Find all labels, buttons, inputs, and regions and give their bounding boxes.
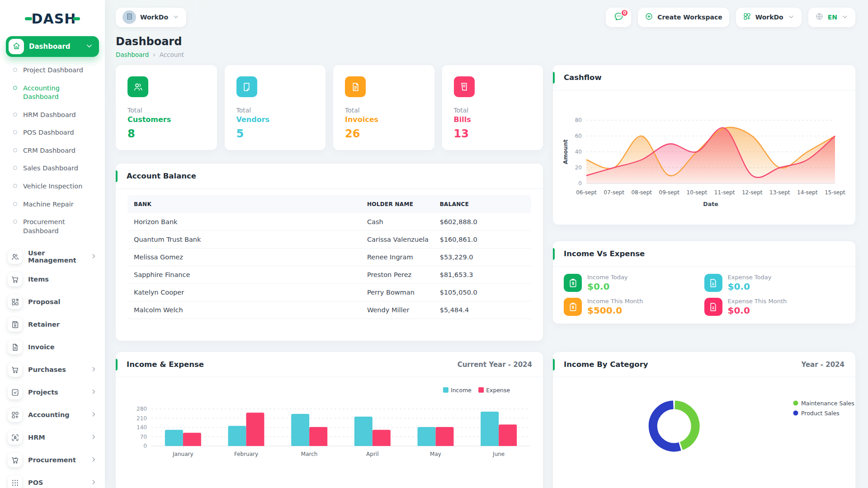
cart-icon xyxy=(8,362,22,377)
account-balance-table: BANKHOLDER NAMEBALANCE Horizon BankCash$… xyxy=(127,195,531,319)
sidebar-item-pos[interactable]: POS xyxy=(6,471,99,488)
ive-item-expense-today: Expense Today $0.0 xyxy=(704,274,845,292)
table-cell: $602,888.0 xyxy=(434,213,531,231)
sidebar-item-accounting[interactable]: Accounting xyxy=(6,404,99,426)
stat-name: Vendors xyxy=(236,115,314,124)
create-workspace-button[interactable]: Create Workspace xyxy=(638,8,729,27)
sidebar-item-projects[interactable]: Projects xyxy=(6,381,99,404)
table-cell: Wendy Miller xyxy=(362,301,434,319)
sidebar-subitem-vehicle-inspection[interactable]: Vehicle Inspection xyxy=(11,178,99,196)
accounting-icon xyxy=(11,411,19,419)
chevron-right-icon xyxy=(90,411,97,419)
ive-item-expense-this-month: Expense This Month $0.0 xyxy=(704,298,845,316)
language-selector[interactable]: EN xyxy=(808,8,855,27)
table-row: Sapphire FinancePreston Perez$81,653.3 xyxy=(127,266,531,284)
table-cell: Preston Perez xyxy=(362,266,434,284)
cart-icon xyxy=(11,366,19,374)
svg-text:April: April xyxy=(366,451,378,457)
sidebar-item-label: POS xyxy=(28,479,43,486)
sidebar-item-items[interactable]: Items xyxy=(6,268,99,291)
home-icon xyxy=(9,39,24,54)
panel-header: Account Balance xyxy=(116,164,543,189)
chevron-right-icon xyxy=(90,253,97,261)
sidebar-item-label: Items xyxy=(28,276,49,283)
accounting-icon xyxy=(8,408,22,422)
sidebar-item-proposal[interactable]: Proposal xyxy=(6,291,99,313)
stat-total-label: Total xyxy=(236,107,314,114)
workspace-name: WorkDo xyxy=(140,14,168,21)
table-cell: Perry Bowman xyxy=(362,284,434,301)
stat-name: Invoices xyxy=(345,115,423,124)
proposal-icon xyxy=(11,298,19,306)
ive-item-income-today: $ Income Today $0.0 xyxy=(564,274,704,292)
sidebar-subitem-sales-dashboard[interactable]: Sales Dashboard xyxy=(11,160,99,178)
sidebar-subitem-hrm-dashboard[interactable]: HRM Dashboard xyxy=(11,106,99,124)
sidebar-subitem-label: POS Dashboard xyxy=(23,128,74,137)
left-column: Total Customers 8 Total Vendors 5 Total … xyxy=(116,65,543,488)
table-cell: Renee Ingram xyxy=(362,249,434,266)
sidebar-item-procurement[interactable]: Procurement xyxy=(6,449,99,471)
proposal-icon xyxy=(8,295,22,309)
chev-right-icon xyxy=(90,388,97,395)
home-icon xyxy=(12,42,21,50)
income-expense-panel: Income & Expense Current Year - 2024 070… xyxy=(116,352,543,488)
sidebar-subitem-accounting-dashboard[interactable]: Accounting Dashboard xyxy=(11,80,99,106)
sidebar-item-retainer[interactable]: Retainer xyxy=(6,313,99,336)
globe-icon xyxy=(815,12,824,21)
grid-plus-icon xyxy=(743,12,751,21)
invoices-icon xyxy=(345,76,366,97)
sidebar-subitem-crm-dashboard[interactable]: CRM Dashboard xyxy=(11,142,99,160)
table-row: Melissa GomezRenee Ingram$53,229.0 xyxy=(127,249,531,266)
table-cell: $81,653.3 xyxy=(434,266,531,284)
stat-total-label: Total xyxy=(454,107,532,114)
hrm-icon xyxy=(8,430,22,445)
table-cell: $105,050.0 xyxy=(434,284,531,301)
bullet-icon xyxy=(13,220,17,224)
sidebar-subitem-pos-dashboard[interactable]: POS Dashboard xyxy=(11,124,99,142)
sidebar-item-user-management[interactable]: User Management xyxy=(6,245,99,268)
income-vs-expense-panel: Income Vs Expense $ Income Today $0.0 Ex… xyxy=(553,241,855,324)
account-balance-panel: Account Balance BANKHOLDER NAMEBALANCE H… xyxy=(116,164,543,341)
breadcrumb-dashboard[interactable]: Dashboard xyxy=(116,51,149,58)
sidebar-item-hrm[interactable]: HRM xyxy=(6,426,99,449)
messages-button[interactable]: 0 xyxy=(606,8,631,27)
sidebar-item-purchases[interactable]: Purchases xyxy=(6,358,99,381)
svg-text:08-sept: 08-sept xyxy=(631,189,652,196)
sidebar-subitem-machine-repair[interactable]: Machine Repair xyxy=(11,196,99,214)
chevron-down-icon xyxy=(788,13,795,22)
stat-card-bills: Total Bills 13 xyxy=(442,65,543,150)
breadcrumb-account: Account xyxy=(160,51,184,58)
sidebar-subitem-project-dashboard[interactable]: Project Dashboard xyxy=(11,61,99,80)
table-cell: Sapphire Finance xyxy=(127,266,362,284)
sidebar-subitem-label: Vehicle Inspection xyxy=(23,182,82,191)
chev-down-sm-icon xyxy=(841,13,849,20)
sidebar-item-invoice[interactable]: Invoice xyxy=(6,336,99,358)
sidebar-subitem-label: CRM Dashboard xyxy=(23,146,75,155)
bullet-icon xyxy=(13,148,17,152)
chevron-down-icon xyxy=(841,13,849,22)
chevron-right-icon xyxy=(90,433,97,442)
sidebar-item-dashboard[interactable]: Dashboard xyxy=(6,36,99,57)
sidebar-sections: User Management Items Proposal Retainer … xyxy=(6,245,99,488)
svg-text:February: February xyxy=(234,451,258,457)
sidebar-subitem-procurement-dashboard[interactable]: Procurement Dashboard xyxy=(11,213,99,240)
ive-value: $0.0 xyxy=(728,305,787,316)
income-expense-chart: 070140210280JanuaryFebruaryMarchAprilMay… xyxy=(116,377,543,488)
panel-header: Income By Category Year - 2024 xyxy=(553,352,855,377)
bill-doc-icon xyxy=(708,302,718,312)
svg-text:20: 20 xyxy=(575,164,582,171)
topbar-actions: 0 Create Workspace WorkDo EN xyxy=(606,8,855,27)
svg-text:80: 80 xyxy=(575,117,582,123)
workspace-switcher[interactable]: WorkDo xyxy=(736,8,802,27)
workdo-label: WorkDo xyxy=(755,14,783,21)
customers-icon xyxy=(133,82,143,92)
bills-icon xyxy=(459,82,469,92)
workspace-selector[interactable]: WorkDo xyxy=(116,8,186,27)
income-by-category-chart: Maintenance SalesProduct Sales xyxy=(553,377,855,481)
brand-logo[interactable]: DASH xyxy=(6,7,99,30)
sidebar-subitem-label: Machine Repair xyxy=(23,200,74,209)
svg-text:Maintenance Sales: Maintenance Sales xyxy=(801,400,854,407)
retainer-icon xyxy=(11,320,19,329)
svg-text:15-sept: 15-sept xyxy=(825,189,845,196)
panel-period: Year - 2024 xyxy=(801,361,844,369)
